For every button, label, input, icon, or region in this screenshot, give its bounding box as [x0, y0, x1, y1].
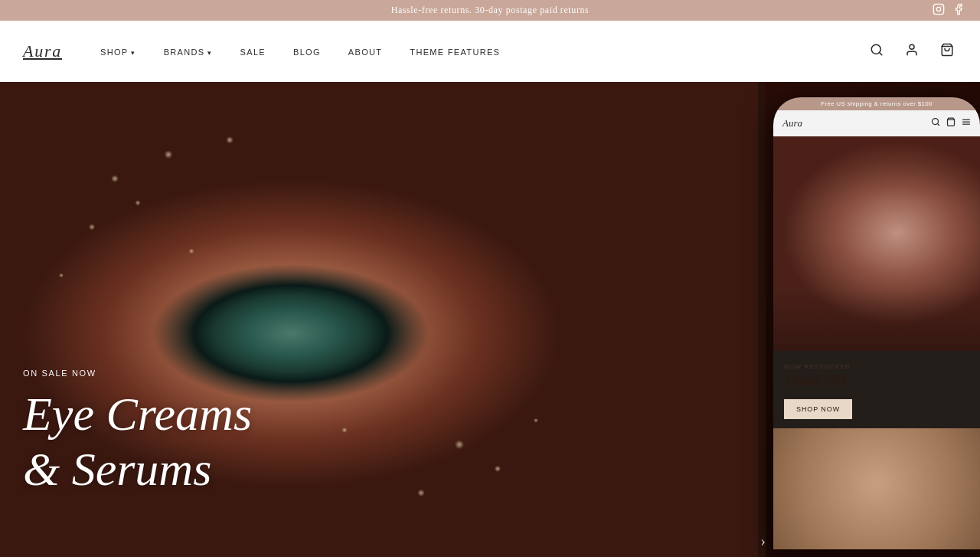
phone-logo: Aura [782, 117, 802, 129]
nav-item-about[interactable]: ABOUT [348, 44, 383, 58]
social-icons [933, 3, 965, 18]
site-logo[interactable]: Aura [23, 41, 62, 61]
hero-title-line2: & Serums [23, 443, 211, 495]
hero-section: ON SALE NOW Eye Creams & Serums Free US … [0, 82, 980, 557]
phone-restocked-label: NOW RESTOCKED [784, 363, 969, 370]
nav-link-brands[interactable]: BRANDS [164, 48, 213, 57]
navbar: Aura SHOP BRANDS SALE BLOG ABOUT THEME F… [0, 21, 980, 82]
nav-link-sale[interactable]: SALE [240, 48, 266, 57]
nav-item-brands[interactable]: BRANDS [164, 44, 213, 58]
phone-nav-icons [931, 117, 971, 129]
phone-cart-icon[interactable] [946, 117, 956, 129]
account-button[interactable] [902, 40, 922, 64]
hero-text-block: ON SALE NOW Eye Creams & Serums [23, 369, 252, 496]
on-sale-label: ON SALE NOW [23, 369, 252, 378]
phone-navbar: Aura [773, 110, 980, 136]
phone-menu-icon[interactable] [962, 117, 971, 129]
nav-item-shop[interactable]: SHOP [100, 44, 136, 58]
svg-point-5 [910, 44, 914, 49]
search-button[interactable] [867, 40, 887, 64]
svg-line-4 [879, 52, 881, 54]
svg-point-1 [936, 7, 940, 11]
announcement-text: Hassle-free returns. 30-day postage paid… [391, 5, 590, 16]
hero-title-line1: Eye Creams [23, 388, 252, 440]
facebook-icon[interactable] [952, 3, 965, 18]
phone-announcement-bar: Free US shipping & returns over $100 [773, 97, 980, 110]
phone-product-title: Tinted SPF [784, 373, 969, 390]
nav-item-sale[interactable]: SALE [240, 44, 266, 58]
instagram-icon[interactable] [933, 3, 945, 18]
nav-item-theme-features[interactable]: THEME FEATURES [410, 44, 500, 58]
svg-line-8 [937, 123, 939, 125]
cart-button[interactable] [937, 40, 957, 64]
phone-bottom-image [773, 428, 980, 549]
nav-link-about[interactable]: ABOUT [348, 48, 383, 57]
phone-product-content: NOW RESTOCKED Tinted SPF Shop now [773, 351, 980, 428]
svg-rect-0 [933, 4, 943, 14]
hero-next-arrow[interactable]: › [760, 532, 766, 550]
nav-link-theme-features[interactable]: THEME FEATURES [410, 48, 500, 57]
nav-item-blog[interactable]: BLOG [293, 44, 321, 58]
phone-search-icon[interactable] [931, 117, 940, 129]
phone-shop-now-button[interactable]: Shop now [784, 399, 852, 419]
phone-hero-gradient [773, 290, 980, 351]
announcement-bar: Hassle-free returns. 30-day postage paid… [0, 0, 980, 21]
phone-inner: Free US shipping & returns over $100 Aur… [773, 97, 980, 549]
phone-mockup: Free US shipping & returns over $100 Aur… [773, 97, 980, 549]
hero-title: Eye Creams & Serums [23, 387, 252, 496]
nav-icons [867, 40, 957, 64]
nav-link-shop[interactable]: SHOP [100, 48, 136, 57]
nav-links: SHOP BRANDS SALE BLOG ABOUT THEME FEATUR… [100, 44, 867, 58]
svg-point-2 [941, 5, 942, 6]
phone-hero-image [773, 136, 980, 351]
nav-link-blog[interactable]: BLOG [293, 48, 321, 57]
